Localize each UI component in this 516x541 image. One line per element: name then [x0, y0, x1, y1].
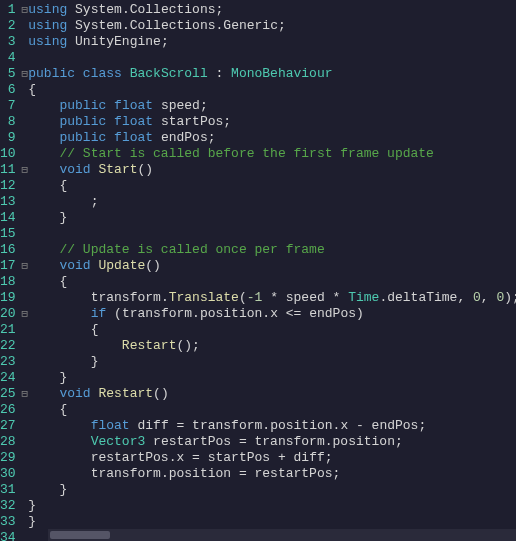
line-number: 27 — [0, 418, 16, 434]
line-number: 32 — [0, 498, 16, 514]
fold-column[interactable]: ⊟⊟⊟⊟⊟⊟ — [22, 0, 29, 541]
token-op: * — [325, 290, 348, 305]
scrollbar-thumb[interactable] — [50, 531, 110, 539]
token-comment: // Update is called once per frame — [59, 242, 324, 257]
token-op: } — [28, 498, 36, 513]
line-number: 7 — [0, 98, 16, 114]
line-number: 14 — [0, 210, 16, 226]
fold-spacer — [22, 242, 29, 258]
code-line[interactable]: float diff = transform.position.x - endP… — [28, 418, 516, 434]
fold-spacer — [22, 498, 29, 514]
token-op: } — [28, 354, 98, 369]
token-op: ; — [325, 450, 333, 465]
fold-spacer — [22, 226, 29, 242]
token-op — [67, 2, 75, 17]
code-line[interactable]: } — [28, 514, 516, 530]
token-op: . — [262, 418, 270, 433]
code-editor[interactable]: using System.Collections;using System.Co… — [28, 0, 516, 541]
horizontal-scrollbar[interactable] — [48, 529, 516, 541]
line-number: 4 — [0, 50, 16, 66]
token-op — [28, 130, 59, 145]
fold-toggle-icon[interactable]: ⊟ — [22, 162, 29, 178]
token-ident: transform — [122, 306, 192, 321]
code-line[interactable]: // Start is called before the first fram… — [28, 146, 516, 162]
token-num: 0 — [473, 290, 481, 305]
code-line[interactable]: { — [28, 322, 516, 338]
line-number: 23 — [0, 354, 16, 370]
fold-toggle-icon[interactable]: ⊟ — [22, 258, 29, 274]
line-number: 31 — [0, 482, 16, 498]
line-number: 21 — [0, 322, 16, 338]
code-line[interactable]: } — [28, 210, 516, 226]
token-op: () — [145, 258, 161, 273]
fold-spacer — [22, 434, 29, 450]
code-line[interactable]: Vector3 restartPos = transform.position; — [28, 434, 516, 450]
token-type: BackScroll — [130, 66, 208, 81]
code-line[interactable]: using System.Collections; — [28, 2, 516, 18]
token-op: , — [457, 290, 473, 305]
fold-spacer — [22, 450, 29, 466]
line-number: 28 — [0, 434, 16, 450]
fold-spacer — [22, 370, 29, 386]
fold-spacer — [22, 514, 29, 530]
code-line[interactable]: using UnityEngine; — [28, 34, 516, 50]
fold-toggle-icon[interactable]: ⊟ — [22, 66, 29, 82]
code-line[interactable]: using System.Collections.Generic; — [28, 18, 516, 34]
token-ns: Collections — [130, 2, 216, 17]
fold-spacer — [22, 130, 29, 146]
token-op: } — [28, 370, 67, 385]
token-op: : — [208, 66, 231, 81]
code-line[interactable]: if (transform.position.x <= endPos) — [28, 306, 516, 322]
code-line[interactable]: } — [28, 498, 516, 514]
token-ns: Generic — [223, 18, 278, 33]
code-line[interactable]: } — [28, 354, 516, 370]
token-kw: void — [59, 258, 90, 273]
token-op: ; — [200, 98, 208, 113]
fold-toggle-icon[interactable]: ⊟ — [22, 306, 29, 322]
token-op: <= — [278, 306, 309, 321]
token-op: . — [122, 2, 130, 17]
code-line[interactable]: ; — [28, 194, 516, 210]
token-op — [28, 162, 59, 177]
code-line[interactable]: transform.position = restartPos; — [28, 466, 516, 482]
fold-spacer — [22, 466, 29, 482]
code-line[interactable]: } — [28, 482, 516, 498]
code-line[interactable]: public float startPos; — [28, 114, 516, 130]
fold-spacer — [22, 210, 29, 226]
code-line[interactable]: { — [28, 82, 516, 98]
code-line[interactable]: public class BackScroll : MonoBehaviour — [28, 66, 516, 82]
code-line[interactable]: // Update is called once per frame — [28, 242, 516, 258]
code-line[interactable]: public float endPos; — [28, 130, 516, 146]
token-kw: public — [59, 130, 106, 145]
token-field: startPos — [161, 114, 223, 129]
token-op — [28, 418, 90, 433]
code-line[interactable] — [28, 50, 516, 66]
code-line[interactable] — [28, 226, 516, 242]
token-ident: restartPos — [91, 450, 169, 465]
code-line[interactable]: void Start() — [28, 162, 516, 178]
token-ident: transform — [91, 466, 161, 481]
token-kw: void — [59, 162, 90, 177]
code-line[interactable]: { — [28, 402, 516, 418]
code-line[interactable]: { — [28, 178, 516, 194]
code-line[interactable]: transform.Translate(-1 * speed * Time.de… — [28, 290, 516, 306]
code-line[interactable]: void Update() — [28, 258, 516, 274]
code-line[interactable]: Restart(); — [28, 338, 516, 354]
token-op — [28, 466, 90, 481]
code-line[interactable]: } — [28, 370, 516, 386]
line-number: 18 — [0, 274, 16, 290]
token-kw: public — [59, 114, 106, 129]
line-number: 5 — [0, 66, 16, 82]
token-kw: using — [28, 18, 67, 33]
token-field: speed — [161, 98, 200, 113]
code-line[interactable]: restartPos.x = startPos + diff; — [28, 450, 516, 466]
token-kw: float — [91, 418, 130, 433]
token-op: ; — [395, 434, 403, 449]
fold-toggle-icon[interactable]: ⊟ — [22, 2, 29, 18]
token-ident: transform — [192, 418, 262, 433]
token-ident: transform — [91, 290, 161, 305]
code-line[interactable]: public float speed; — [28, 98, 516, 114]
code-line[interactable]: void Restart() — [28, 386, 516, 402]
code-line[interactable]: { — [28, 274, 516, 290]
fold-toggle-icon[interactable]: ⊟ — [22, 386, 29, 402]
